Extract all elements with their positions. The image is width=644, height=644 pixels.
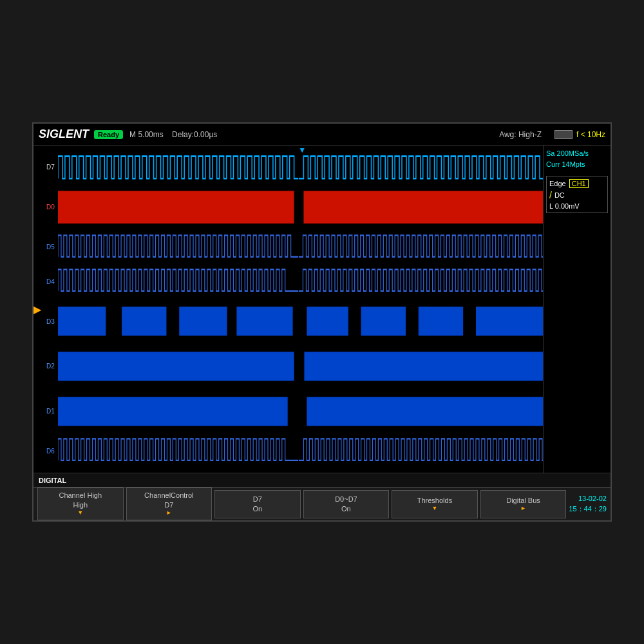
d5-waveform-svg — [58, 231, 543, 264]
ch-waveform-d7: // We'll just draw rectangles inline — [58, 151, 543, 184]
timebase-info: M 5.00ms Delay:0.00μs — [129, 130, 499, 139]
delay-value: Delay:0.00μs — [172, 130, 217, 139]
trigger-level-arrow: ▶ — [33, 303, 41, 316]
channel-row-d2: D2 — [46, 345, 543, 388]
softkey-2-line1: ChannelControl — [144, 491, 193, 500]
ch-waveform-d0 — [58, 185, 543, 229]
freq-value: f < 10Hz — [576, 130, 605, 139]
svg-rect-9 — [476, 307, 543, 336]
softkey-thresholds[interactable]: Thresholds ▼ — [392, 490, 478, 518]
svg-rect-4 — [179, 307, 227, 336]
d7-waveform-svg: // We'll just draw rectangles inline — [58, 151, 543, 184]
ch-label-d2: D2 — [46, 363, 58, 370]
bottom-bar: DIGITAL — [33, 473, 611, 487]
oscilloscope-display: SIGLENT Ready M 5.00ms Delay:0.00μs Awg:… — [32, 122, 612, 522]
svg-rect-10 — [58, 352, 294, 381]
ch-label-d7: D7 — [46, 164, 58, 171]
trigger-type-label: Edge — [549, 180, 566, 187]
channel-row-d1: D1 — [46, 390, 543, 433]
svg-rect-6 — [307, 307, 348, 336]
date-value: 13-02-02 — [569, 494, 607, 504]
memory-value: Curr 14Mpts — [546, 159, 608, 170]
softkey-d0-d7[interactable]: D0~D7 On — [303, 490, 390, 518]
svg-rect-7 — [361, 307, 406, 336]
softkey-4-line1: D0~D7 — [335, 495, 357, 504]
waveform-area: ▶ ▼ D7 // We'll just draw rect — [33, 146, 543, 473]
softkey-channel-high-high[interactable]: Channel High High ▼ — [37, 488, 124, 520]
header-bar: SIGLENT Ready M 5.00ms Delay:0.00μs Awg:… — [33, 124, 611, 146]
channel-row-d4: D4 — [46, 265, 543, 298]
trigger-ch-label: CH1 — [569, 179, 589, 188]
ch-label-d1: D1 — [46, 408, 58, 415]
datetime-display: 13-02-02 15：44：29 — [569, 494, 607, 514]
channel-row-d3: D3 — [46, 299, 543, 343]
ch-label-d5: D5 — [46, 243, 58, 251]
softkey-2-line2: D7 — [164, 500, 173, 509]
brand-logo: SIGLENT — [39, 128, 89, 141]
trigger-level-label: L 0.00mV — [549, 202, 605, 210]
d6-waveform-svg — [58, 434, 543, 468]
softkey-1-line1: Channel High — [59, 491, 102, 500]
ch-waveform-d4 — [58, 265, 543, 298]
softkey-1-line2: High — [73, 500, 88, 509]
ch-waveform-d5 — [58, 231, 543, 264]
svg-rect-12 — [58, 397, 288, 426]
svg-rect-1 — [303, 191, 543, 223]
time-value: 15：44：29 — [569, 504, 607, 514]
softkey-3-line1: D7 — [253, 495, 262, 504]
svg-rect-5 — [236, 307, 292, 336]
trigger-line — [298, 146, 299, 473]
softkey-6-arrow: ► — [520, 505, 526, 513]
trigger-position-arrow: ▼ — [298, 146, 306, 155]
main-area: ▶ ▼ D7 // We'll just draw rect — [33, 146, 611, 473]
svg-rect-8 — [419, 307, 463, 336]
svg-rect-13 — [307, 397, 543, 426]
ch-label-d6: D6 — [46, 448, 58, 455]
timebase-value: M 5.00ms — [129, 130, 164, 139]
awg-indicator — [554, 130, 573, 139]
softkey-4-line2: On — [341, 504, 351, 513]
trigger-slope-icon: / — [549, 190, 552, 200]
softkey-5-line1: Thresholds — [417, 496, 452, 505]
d3-waveform-svg — [58, 299, 543, 343]
ch-label-d4: D4 — [46, 278, 58, 285]
d0-waveform-svg — [58, 185, 543, 229]
channel-row-d5: D5 — [46, 231, 543, 264]
awg-info: Awg: High-Z — [499, 130, 542, 139]
trigger-info-panel: Edge CH1 / DC L 0.00mV — [546, 176, 608, 213]
softkey-1-arrow: ▼ — [77, 509, 83, 517]
softkey-2-arrow: ► — [166, 509, 172, 517]
d4-waveform-svg — [58, 265, 543, 298]
d1-waveform-svg — [58, 390, 543, 433]
ch-label-d0: D0 — [46, 204, 58, 211]
trigger-coupling-label: DC — [554, 191, 565, 199]
sample-rate-display: Sa 200MSa/s Curr 14Mpts — [546, 148, 608, 169]
softkey-digital-bus[interactable]: Digital Bus ► — [480, 490, 567, 518]
d2-waveform-svg — [58, 345, 543, 388]
channel-row-d6: D6 — [46, 434, 543, 468]
svg-rect-2 — [58, 307, 106, 336]
softkey-3-line2: On — [253, 504, 263, 513]
softkeys-row: Channel High High ▼ ChannelControl D7 ► … — [33, 487, 611, 520]
channels-container: D7 // We'll just draw rectangles inline — [46, 151, 543, 468]
right-sidebar: Sa 200MSa/s Curr 14Mpts Edge CH1 / DC L … — [543, 146, 611, 473]
ch-waveform-d2 — [58, 345, 543, 388]
ch-waveform-d3 — [58, 299, 543, 343]
softkey-channel-control[interactable]: ChannelControl D7 ► — [126, 488, 213, 520]
svg-rect-0 — [58, 191, 294, 223]
svg-rect-11 — [304, 352, 543, 381]
ch-waveform-d6 — [58, 434, 543, 468]
sample-rate-value: Sa 200MSa/s — [546, 148, 608, 159]
channel-row-d7: D7 // We'll just draw rectangles inline — [46, 151, 543, 184]
svg-rect-3 — [122, 307, 166, 336]
status-badge: Ready — [94, 130, 123, 139]
digital-label: DIGITAL — [39, 477, 66, 484]
channel-row-d0: D0 — [46, 185, 543, 229]
ch-label-d3: D3 — [46, 318, 58, 325]
softkey-d7[interactable]: D7 On — [214, 490, 301, 518]
ch-waveform-d1 — [58, 390, 543, 433]
softkey-6-line1: Digital Bus — [506, 496, 540, 505]
softkey-5-arrow: ▼ — [432, 505, 438, 513]
